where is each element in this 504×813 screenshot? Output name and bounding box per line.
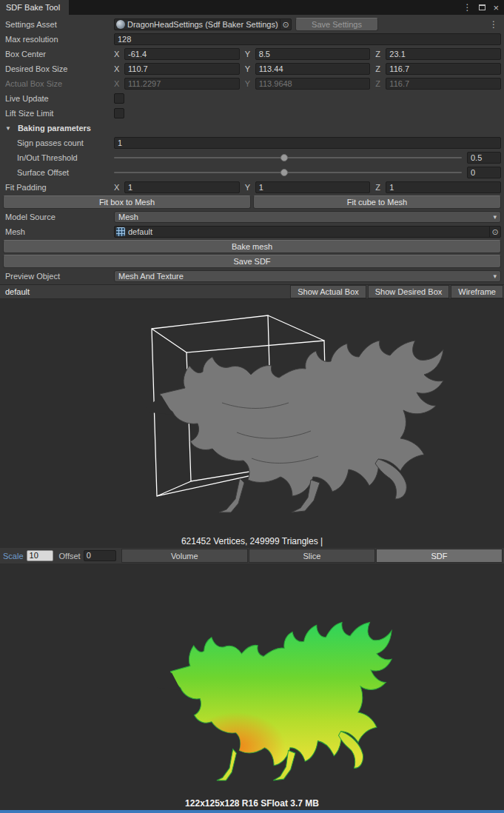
axis-y-label: Y — [245, 79, 252, 88]
scale-label: Scale — [3, 552, 24, 561]
desired-box-size-x-field[interactable]: 110.7 — [124, 63, 240, 75]
axis-y-label: Y — [245, 183, 252, 192]
scale-input[interactable]: 10 — [27, 550, 53, 561]
wireframe-button[interactable]: Wireframe — [451, 285, 503, 298]
settings-asset-field[interactable]: DragonHeadSettings (Sdf Baker Settings) … — [114, 19, 292, 30]
live-update-checkbox[interactable] — [114, 93, 124, 104]
fit-box-to-mesh-button[interactable]: Fit box to Mesh — [3, 195, 251, 209]
foldout-arrow-icon[interactable]: ▼ — [5, 125, 11, 132]
close-icon[interactable]: × — [493, 3, 499, 13]
surface-offset-label: Surface Offset — [3, 168, 114, 177]
fit-padding-x-field[interactable]: 1 — [124, 181, 240, 193]
axis-z-label: Z — [375, 79, 382, 88]
desired-box-size-row: Desired Box Size X 110.7 Y 113.44 Z 116.… — [3, 62, 501, 76]
offset-label: Offset — [59, 552, 81, 561]
tab-volume[interactable]: Volume — [121, 549, 248, 563]
window-titlebar: SDF Bake Tool ⋮ × — [0, 0, 504, 15]
mesh-icon — [116, 227, 125, 236]
maximize-icon[interactable] — [479, 4, 485, 10]
axis-z-label: Z — [375, 183, 382, 192]
model-source-dropdown[interactable]: Mesh ▾ — [114, 211, 501, 223]
tab-sdf[interactable]: SDF — [376, 549, 503, 563]
lift-size-limit-label: Lift Size Limit — [3, 109, 114, 118]
lift-size-limit-row: Lift Size Limit — [3, 107, 501, 120]
mesh-stats-band: 621452 Vertices, 249999 Triangles | — [0, 534, 504, 548]
live-update-row: Live Update — [3, 92, 501, 105]
axis-x-label: X — [114, 79, 121, 88]
save-sdf-button[interactable]: Save SDF — [3, 255, 501, 268]
show-actual-box-button[interactable]: Show Actual Box — [290, 285, 366, 298]
actual-box-size-y-field: 113.9648 — [255, 78, 371, 90]
inspector-panel: Settings Asset DragonHeadSettings (Sdf B… — [0, 15, 504, 283]
mesh-row: Mesh default ⊙ — [3, 225, 501, 238]
baking-parameters-label[interactable]: Baking parameters — [16, 124, 501, 133]
box-center-y-field[interactable]: 8.5 — [255, 48, 371, 60]
desired-box-size-y-field[interactable]: 113.44 — [255, 63, 371, 75]
preview-object-name: default — [1, 287, 34, 296]
fit-padding-z-field[interactable]: 1 — [386, 181, 501, 193]
axis-y-label: Y — [245, 64, 252, 73]
slider-thumb[interactable] — [280, 154, 288, 161]
model-source-value: Mesh — [118, 213, 138, 221]
slider-thumb[interactable] — [280, 169, 288, 176]
pane-menu-icon[interactable]: ⋮ — [489, 19, 501, 30]
preview-object-dropdown[interactable]: Mesh And Texture ▾ — [114, 270, 501, 282]
box-center-x-field[interactable]: -61.4 — [124, 48, 240, 60]
mesh-object-field[interactable]: default ⊙ — [114, 226, 501, 238]
actual-box-size-x-field: 111.2297 — [124, 78, 240, 90]
chevron-down-icon: ▾ — [493, 272, 497, 280]
desired-box-size-z-field[interactable]: 116.7 — [386, 63, 501, 75]
live-update-label: Live Update — [3, 94, 114, 103]
model-source-row: Model Source Mesh ▾ — [3, 210, 501, 224]
window-menu-icon[interactable]: ⋮ — [463, 3, 471, 12]
in-out-threshold-field[interactable]: 0.5 — [467, 152, 501, 164]
chevron-down-icon: ▾ — [493, 213, 497, 221]
show-desired-box-button[interactable]: Show Desired Box — [368, 285, 450, 298]
fit-padding-row: Fit Padding X 1 Y 1 Z 1 — [3, 181, 501, 194]
lift-size-limit-checkbox[interactable] — [114, 108, 124, 118]
mesh-stats-text: 621452 Vertices, 249999 Triangles | — [181, 536, 323, 546]
sdf-preview-canvas[interactable] — [0, 563, 504, 797]
actual-box-size-label: Actual Box Size — [3, 79, 114, 88]
fit-cube-to-mesh-button[interactable]: Fit cube to Mesh — [253, 195, 501, 209]
object-picker-icon[interactable]: ⊙ — [280, 19, 291, 30]
bake-mesh-button[interactable]: Bake mesh — [3, 240, 501, 253]
mesh-label: Mesh — [3, 227, 114, 236]
object-picker-icon[interactable]: ⊙ — [489, 227, 500, 237]
mesh-preview-canvas[interactable] — [0, 299, 504, 534]
settings-asset-label: Settings Asset — [3, 20, 114, 29]
axis-x-label: X — [114, 183, 121, 192]
max-resolution-row: Max resolution 128 — [3, 33, 501, 46]
in-out-threshold-slider[interactable] — [114, 152, 462, 164]
axis-x-label: X — [114, 64, 121, 73]
window-controls: ⋮ × — [463, 0, 504, 15]
mesh-preview-viewport[interactable] — [0, 299, 504, 534]
actual-box-size-z-field: 116.7 — [386, 78, 501, 90]
fit-padding-y-field[interactable]: 1 — [255, 181, 371, 193]
preview-object-label: Preview Object — [3, 272, 114, 281]
save-settings-button[interactable]: Save Settings — [295, 18, 378, 31]
actual-box-size-row: Actual Box Size X 111.2297 Y 113.9648 Z … — [3, 77, 501, 90]
sign-passes-count-field[interactable]: 1 — [114, 137, 501, 149]
desired-box-size-label: Desired Box Size — [3, 64, 114, 73]
box-center-z-field[interactable]: 23.1 — [386, 48, 501, 60]
window-title: SDF Bake Tool — [6, 3, 60, 12]
sdf-view-tabs: Volume Slice SDF — [121, 549, 503, 563]
surface-offset-field[interactable]: 0 — [467, 167, 501, 178]
tab-slice[interactable]: Slice — [249, 549, 375, 563]
window-tab[interactable]: SDF Bake Tool — [0, 0, 69, 15]
sdf-preview-viewport[interactable] — [0, 563, 504, 797]
in-out-threshold-row: In/Out Threshold 0.5 — [3, 151, 501, 164]
max-resolution-field[interactable]: 128 — [114, 33, 501, 45]
preview-object-value: Mesh And Texture — [118, 272, 184, 281]
surface-offset-slider[interactable] — [114, 167, 462, 178]
fit-buttons-row: Fit box to Mesh Fit cube to Mesh — [3, 195, 501, 209]
axis-z-label: Z — [375, 64, 382, 73]
sign-passes-count-row: Sign passes count 1 — [3, 136, 501, 150]
mesh-value: default — [128, 227, 489, 236]
mesh-preview-toolbar: default Show Actual Box Show Desired Box… — [0, 284, 504, 299]
axis-z-label: Z — [375, 50, 382, 58]
offset-input[interactable]: 0 — [84, 550, 116, 561]
save-sdf-row: Save SDF — [3, 255, 501, 268]
settings-asset-icon — [116, 20, 125, 29]
